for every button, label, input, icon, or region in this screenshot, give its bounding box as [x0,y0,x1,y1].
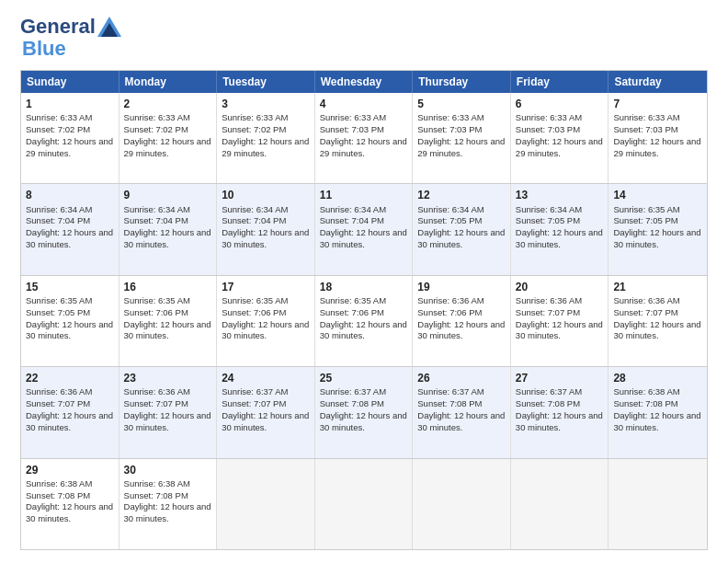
header-cell-sunday: Sunday [21,71,119,93]
sunrise-text: Sunrise: 6:34 AM [320,204,386,214]
header-cell-friday: Friday [511,71,609,93]
sunset-text: Sunset: 7:08 PM [516,398,580,408]
day-number: 16 [124,280,212,294]
calendar-cell [609,459,707,549]
day-number: 17 [222,280,310,294]
sunset-text: Sunset: 7:03 PM [613,124,677,134]
day-number: 25 [320,371,408,385]
sunset-text: Sunset: 7:08 PM [26,490,90,500]
calendar-cell: 24Sunrise: 6:37 AMSunset: 7:07 PMDayligh… [217,367,315,457]
day-number: 18 [320,280,408,294]
daylight-text: Daylight: 12 hours and 30 minutes. [613,227,700,249]
day-number: 29 [26,463,114,477]
header-cell-saturday: Saturday [609,71,707,93]
calendar-cell: 16Sunrise: 6:35 AMSunset: 7:06 PMDayligh… [119,276,218,366]
sunrise-text: Sunrise: 6:33 AM [124,112,190,122]
day-number: 19 [417,280,506,294]
calendar-cell: 3Sunrise: 6:33 AMSunset: 7:02 PMDaylight… [217,93,315,183]
daylight-text: Daylight: 12 hours and 30 minutes. [613,410,700,432]
sunset-text: Sunset: 7:02 PM [26,124,90,134]
calendar-cell: 30Sunrise: 6:38 AMSunset: 7:08 PMDayligh… [119,459,218,549]
daylight-text: Daylight: 12 hours and 30 minutes. [222,319,309,341]
sunrise-text: Sunrise: 6:35 AM [222,295,288,305]
calendar-cell: 22Sunrise: 6:36 AMSunset: 7:07 PMDayligh… [21,367,119,457]
sunrise-text: Sunrise: 6:33 AM [222,112,288,122]
daylight-text: Daylight: 12 hours and 30 minutes. [26,319,113,341]
daylight-text: Daylight: 12 hours and 30 minutes. [320,410,407,432]
sunset-text: Sunset: 7:07 PM [516,307,580,317]
calendar-cell: 23Sunrise: 6:36 AMSunset: 7:07 PMDayligh… [119,367,218,457]
sunset-text: Sunset: 7:04 PM [124,215,188,225]
sunrise-text: Sunrise: 6:36 AM [613,295,679,305]
sunrise-text: Sunrise: 6:35 AM [124,295,190,305]
day-number: 7 [613,97,702,111]
day-number: 22 [26,371,114,385]
sunset-text: Sunset: 7:08 PM [417,398,482,408]
calendar-row: 29Sunrise: 6:38 AMSunset: 7:08 PMDayligh… [21,459,707,549]
calendar-cell: 27Sunrise: 6:37 AMSunset: 7:08 PMDayligh… [511,367,609,457]
calendar-cell [315,459,414,549]
sunrise-text: Sunrise: 6:37 AM [222,386,288,396]
calendar-body: 1Sunrise: 6:33 AMSunset: 7:02 PMDaylight… [21,93,707,549]
sunset-text: Sunset: 7:03 PM [417,124,482,134]
day-number: 3 [222,97,310,111]
sunset-text: Sunset: 7:07 PM [222,398,286,408]
day-number: 9 [124,188,212,202]
daylight-text: Daylight: 12 hours and 30 minutes. [26,227,113,249]
calendar-cell [217,459,315,549]
sunrise-text: Sunrise: 6:35 AM [26,295,92,305]
sunset-text: Sunset: 7:02 PM [222,124,286,134]
calendar-cell: 12Sunrise: 6:34 AMSunset: 7:05 PMDayligh… [413,184,511,274]
calendar-cell [413,459,511,549]
daylight-text: Daylight: 12 hours and 29 minutes. [613,136,700,158]
calendar-cell: 5Sunrise: 6:33 AMSunset: 7:03 PMDaylight… [413,93,511,183]
sunset-text: Sunset: 7:06 PM [320,307,384,317]
sunset-text: Sunset: 7:04 PM [26,215,90,225]
day-number: 24 [222,371,310,385]
calendar-cell: 9Sunrise: 6:34 AMSunset: 7:04 PMDaylight… [119,184,218,274]
day-number: 2 [124,97,212,111]
sunrise-text: Sunrise: 6:34 AM [417,204,483,214]
calendar-cell: 13Sunrise: 6:34 AMSunset: 7:05 PMDayligh… [511,184,609,274]
sunrise-text: Sunrise: 6:34 AM [124,204,190,214]
day-number: 28 [613,371,702,385]
sunset-text: Sunset: 7:03 PM [516,124,580,134]
calendar-cell: 17Sunrise: 6:35 AMSunset: 7:06 PMDayligh… [217,276,315,366]
calendar-cell: 25Sunrise: 6:37 AMSunset: 7:08 PMDayligh… [315,367,414,457]
sunrise-text: Sunrise: 6:36 AM [417,295,483,305]
daylight-text: Daylight: 12 hours and 30 minutes. [417,227,505,249]
sunset-text: Sunset: 7:06 PM [417,307,482,317]
calendar-cell [511,459,609,549]
calendar-row: 8Sunrise: 6:34 AMSunset: 7:04 PMDaylight… [21,184,707,275]
day-number: 11 [320,188,408,202]
daylight-text: Daylight: 12 hours and 30 minutes. [124,410,211,432]
sunset-text: Sunset: 7:08 PM [613,398,677,408]
calendar-cell: 14Sunrise: 6:35 AMSunset: 7:05 PMDayligh… [609,184,707,274]
sunset-text: Sunset: 7:02 PM [124,124,188,134]
sunset-text: Sunset: 7:05 PM [417,215,482,225]
sunset-text: Sunset: 7:04 PM [320,215,384,225]
sunrise-text: Sunrise: 6:33 AM [516,112,582,122]
sunset-text: Sunset: 7:08 PM [124,490,188,500]
day-number: 4 [320,97,408,111]
calendar-cell: 7Sunrise: 6:33 AMSunset: 7:03 PMDaylight… [609,93,707,183]
day-number: 12 [417,188,506,202]
logo-blue: Blue [22,37,66,61]
day-number: 5 [417,97,506,111]
calendar-cell: 20Sunrise: 6:36 AMSunset: 7:07 PMDayligh… [511,276,609,366]
daylight-text: Daylight: 12 hours and 30 minutes. [124,501,211,523]
calendar-cell: 4Sunrise: 6:33 AMSunset: 7:03 PMDaylight… [315,93,414,183]
daylight-text: Daylight: 12 hours and 30 minutes. [222,227,309,249]
daylight-text: Daylight: 12 hours and 29 minutes. [26,136,113,158]
day-number: 30 [124,463,212,477]
calendar-cell: 6Sunrise: 6:33 AMSunset: 7:03 PMDaylight… [511,93,609,183]
sunset-text: Sunset: 7:08 PM [320,398,384,408]
daylight-text: Daylight: 12 hours and 30 minutes. [516,227,603,249]
header: General Blue [20,17,708,61]
sunrise-text: Sunrise: 6:37 AM [417,386,483,396]
day-number: 10 [222,188,310,202]
calendar-cell: 11Sunrise: 6:34 AMSunset: 7:04 PMDayligh… [315,184,414,274]
daylight-text: Daylight: 12 hours and 30 minutes. [222,410,309,432]
calendar-row: 15Sunrise: 6:35 AMSunset: 7:05 PMDayligh… [21,276,707,367]
sunrise-text: Sunrise: 6:36 AM [516,295,582,305]
